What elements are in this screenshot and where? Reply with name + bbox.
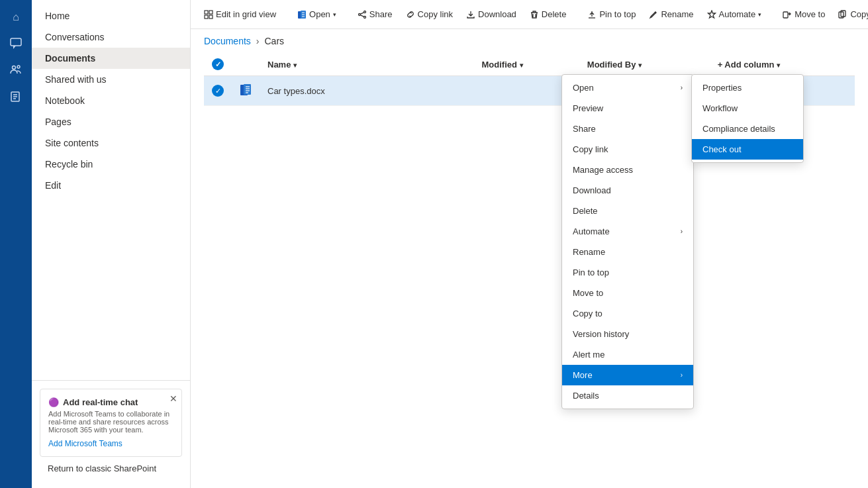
more-submenu: Properties Workflow Compliance details C… (691, 74, 804, 163)
select-all-check[interactable]: ✓ (212, 58, 224, 70)
ctx-rename-label: Rename (573, 247, 605, 257)
svg-point-16 (363, 11, 365, 13)
pin-to-top-button[interactable]: Pin to top (582, 7, 641, 22)
move-to-button[interactable]: Move to (777, 7, 830, 22)
row-check-cell[interactable]: ✓ (204, 76, 232, 106)
add-teams-desc: Add Microsoft Teams to collaborate in re… (48, 410, 173, 434)
delete-button[interactable]: Delete (524, 7, 572, 22)
sidebar-item-site-contents[interactable]: Site contents (32, 132, 190, 154)
ctx-copy-to-item[interactable]: Copy to (562, 303, 693, 324)
ctx-preview-item[interactable]: Preview (562, 98, 693, 119)
svg-line-34 (337, 87, 340, 89)
share-button[interactable]: Share (352, 7, 398, 22)
edit-grid-view-button[interactable]: Edit in grid view (199, 7, 281, 22)
sidebar-item-home[interactable]: Home (32, 5, 190, 26)
sub-properties-item[interactable]: Properties (692, 77, 803, 98)
open-label: Open (309, 9, 330, 19)
ctx-open-item[interactable]: Open › (562, 77, 693, 98)
chat-rail-icon[interactable] (4, 32, 28, 56)
modified-sort-icon: ▾ (520, 62, 523, 69)
ctx-delete-item[interactable]: Delete (562, 201, 693, 221)
ctx-rename-item[interactable]: Rename (562, 242, 693, 262)
ctx-manage-access-label: Manage access (573, 165, 633, 175)
teams-logo-icon: 🟣 (48, 397, 59, 407)
row-name-cell: Car types.docx ⋯ (260, 76, 473, 106)
row-more-button[interactable]: ⋯ (349, 81, 367, 100)
close-banner-button[interactable]: ✕ (169, 393, 177, 404)
ctx-pin-item[interactable]: Pin to top (562, 262, 693, 283)
ctx-copy-link-item[interactable]: Copy link (562, 139, 693, 160)
automate-chevron-icon: ▾ (758, 11, 761, 18)
add-teams-link[interactable]: Add Microsoft Teams (48, 439, 122, 448)
sidebar-item-pages[interactable]: Pages (32, 111, 190, 132)
ctx-download-item[interactable]: Download (562, 180, 693, 201)
sidebar-item-documents[interactable]: Documents (32, 48, 190, 69)
svg-rect-0 (11, 38, 21, 46)
return-to-classic-link[interactable]: Return to classic SharePoint (40, 457, 182, 480)
teams-rail-icon[interactable] (4, 58, 28, 82)
col-modified-by[interactable]: Modified By ▾ (579, 53, 710, 76)
home-rail-icon[interactable]: ⌂ (4, 5, 28, 29)
sidebar-item-shared-with-us[interactable]: Shared with us (32, 69, 190, 90)
sub-compliance-item[interactable]: Compliance details (692, 119, 803, 139)
sub-workflow-item[interactable]: Workflow (692, 98, 803, 119)
ctx-open-chevron-icon: › (681, 84, 683, 91)
ctx-alert-item[interactable]: Alert me (562, 344, 693, 365)
ctx-download-label: Download (573, 185, 611, 195)
ctx-automate-item[interactable]: Automate › (562, 221, 693, 242)
modified-by-sort-icon: ▾ (638, 62, 642, 69)
col-modified[interactable]: Modified ▾ (473, 53, 579, 76)
copy-link-button[interactable]: Copy link (401, 7, 458, 22)
open-button[interactable]: Open ▾ (292, 7, 342, 22)
svg-line-33 (337, 85, 340, 86)
download-button[interactable]: Download (461, 7, 522, 22)
sidebar-item-recycle-bin[interactable]: Recycle bin (32, 154, 190, 175)
copy-to-button[interactable]: Copy to (833, 7, 868, 22)
copy-link-label: Copy link (418, 9, 453, 19)
col-name[interactable]: Name ▾ (260, 53, 473, 76)
sidebar-item-conversations[interactable]: Conversations (32, 26, 190, 48)
col-file-icon (232, 53, 260, 76)
sidebar-item-edit[interactable]: Edit (32, 175, 190, 196)
name-sort-icon: ▾ (293, 62, 297, 69)
svg-rect-21 (783, 12, 788, 18)
svg-rect-25 (244, 84, 251, 95)
breadcrumb-separator: › (256, 36, 260, 46)
ctx-alert-label: Alert me (573, 350, 604, 360)
col-add-column[interactable]: + Add column ▾ (710, 53, 855, 76)
toolbar: Edit in grid view Open ▾ Share Copy link… (191, 0, 868, 29)
files-rail-icon[interactable] (4, 85, 28, 109)
sub-compliance-label: Compliance details (702, 124, 775, 134)
ctx-version-label: Version history (573, 329, 629, 339)
ctx-more-item[interactable]: More › (562, 365, 693, 385)
svg-point-2 (17, 66, 20, 68)
sidebar-item-notebook[interactable]: Notebook (32, 90, 190, 111)
file-name[interactable]: Car types.docx (267, 86, 325, 96)
svg-point-31 (335, 86, 337, 88)
rename-button[interactable]: Rename (644, 7, 699, 22)
move-to-label: Move to (795, 9, 825, 19)
ctx-pin-label: Pin to top (573, 268, 609, 277)
modified-by-col-label: Modified By (587, 60, 636, 70)
sub-workflow-label: Workflow (702, 103, 738, 113)
svg-rect-10 (209, 15, 213, 19)
svg-point-18 (363, 16, 365, 18)
svg-point-17 (358, 13, 360, 15)
ctx-share-item[interactable]: Share (562, 119, 693, 139)
automate-button[interactable]: Automate ▾ (702, 7, 767, 22)
modified-col-label: Modified (481, 60, 516, 70)
ctx-version-item[interactable]: Version history (562, 324, 693, 344)
svg-point-1 (13, 66, 16, 70)
sidebar: Home Conversations Documents Shared with… (32, 0, 191, 488)
col-check[interactable]: ✓ (204, 53, 232, 76)
ctx-move-item[interactable]: Move to (562, 283, 693, 303)
name-col-label: Name (267, 60, 291, 70)
breadcrumb-parent[interactable]: Documents (204, 36, 251, 46)
svg-line-20 (360, 15, 363, 16)
share-file-icon[interactable] (330, 81, 346, 100)
ctx-details-item[interactable]: Details (562, 385, 693, 406)
row-check[interactable]: ✓ (212, 85, 224, 97)
sidebar-footer: ✕ 🟣 Add real-time chat Add Microsoft Tea… (32, 380, 190, 488)
ctx-manage-access-item[interactable]: Manage access (562, 160, 693, 180)
sub-checkout-item[interactable]: Check out (692, 139, 803, 160)
